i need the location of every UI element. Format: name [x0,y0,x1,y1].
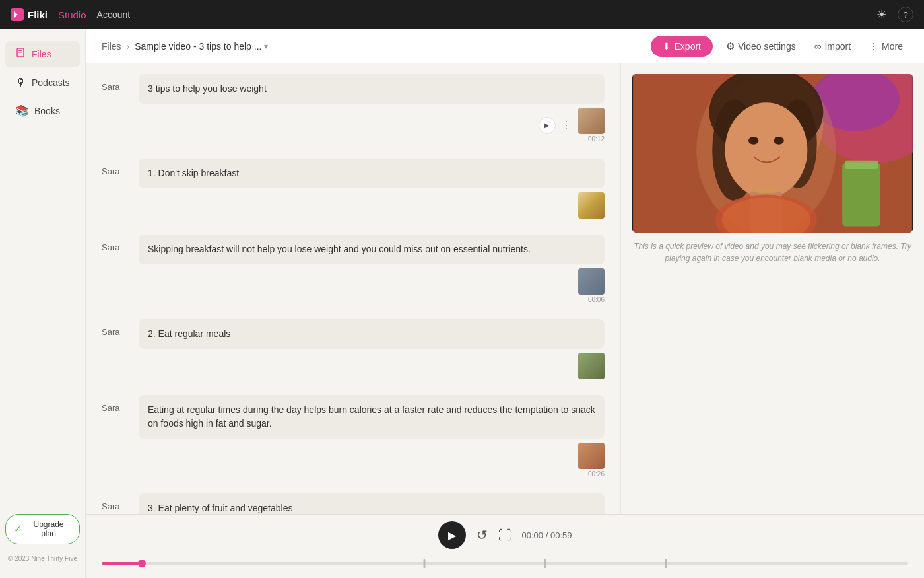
svg-rect-1 [18,50,22,51]
timeline-marker-2 [544,559,546,568]
export-button[interactable]: ⬇ Export [651,36,713,57]
theme-toggle-icon[interactable]: ☀ [876,7,887,22]
sidebar-files-label: Files [32,49,51,59]
media-thumb-2[interactable] [578,192,605,219]
settings-icon: ⚙ [726,40,735,52]
speaker-name-4: Sara [102,319,128,337]
import-button[interactable]: ∞ Import [809,40,856,52]
script-row-2: Sara 1. Don't skip breakfast [102,159,605,219]
svg-point-14 [774,137,783,145]
upgrade-plan-button[interactable]: ✓ Upgrade plan [5,514,80,544]
export-label: Export [675,41,701,52]
play-small-button-1[interactable]: ▶ [539,117,556,134]
podcasts-icon: 🎙 [16,77,26,89]
nav-account[interactable]: Account [97,9,131,20]
breadcrumb-chevron-icon[interactable]: ▾ [264,42,268,51]
content-header: Files › Sample video - 3 tips to help ..… [86,29,924,63]
script-content-1: 3 tips to help you lose weight ▶ ⋮ 00:12 [139,74,605,143]
breadcrumb-current-label: Sample video - 3 tips to help ... [135,41,261,52]
svg-point-13 [748,137,758,145]
script-text-4[interactable]: 2. Eat regular meals [139,319,605,349]
video-frame [632,74,913,233]
speaker-name-2: Sara [102,159,128,176]
speaker-name-1: Sara [102,74,128,92]
replay-icon: ↺ [477,527,488,543]
script-row-3: Sara Skipping breakfast will not help yo… [102,235,605,303]
logo[interactable]: Fliki [11,8,48,21]
fullscreen-button[interactable]: ⛶ [498,528,512,543]
media-controls-1: ▶ ⋮ [539,117,573,134]
sidebar-books-label: Books [34,106,60,116]
nav-studio[interactable]: Studio [58,9,86,20]
time-sep: / [546,530,550,540]
check-icon: ✓ [14,524,22,534]
breadcrumb: Files › Sample video - 3 tips to help ..… [102,41,268,52]
thumb-time-5: 00:26 [578,470,605,478]
video-settings-label: Video settings [738,41,796,52]
export-icon: ⬇ [663,41,671,52]
video-settings-button[interactable]: ⚙ Video settings [721,40,801,52]
media-thumb-1[interactable] [578,108,605,134]
breadcrumb-separator: › [127,41,130,52]
playback-controls: ▶ ↺ ⛶ 00:00 / 00:59 [102,521,908,549]
replay-button[interactable]: ↺ [477,527,488,543]
breadcrumb-current: Sample video - 3 tips to help ... ▾ [135,41,268,52]
timeline-track[interactable] [102,562,908,565]
speaker-name-5: Sara [102,395,128,413]
timeline-playhead[interactable] [138,560,146,567]
help-icon[interactable]: ? [898,7,913,22]
script-panel: Sara 3 tips to help you lose weight ▶ ⋮ … [86,63,620,514]
fullscreen-icon: ⛶ [498,528,512,543]
current-time: 00:00 [522,530,544,540]
svg-point-12 [725,102,807,198]
script-text-2[interactable]: 1. Don't skip breakfast [139,159,605,188]
time-display: 00:00 / 00:59 [522,530,572,540]
books-icon: 📚 [16,104,29,117]
script-content-6: 3. Eat plenty of fruit and vegetables [139,493,605,514]
more-label: More [882,41,903,52]
script-row-5: Sara Eating at regular times during the … [102,395,605,478]
script-row-4: Sara 2. Eat regular meals [102,319,605,379]
row-menu-button-1[interactable]: ⋮ [560,118,573,133]
svg-rect-3 [18,54,21,54]
timeline[interactable] [102,556,908,571]
sidebar-podcasts-label: Podcasts [32,77,70,88]
script-content-4: 2. Eat regular meals [139,319,605,379]
script-text-1[interactable]: 3 tips to help you lose weight [139,74,605,104]
speaker-name-3: Sara [102,235,128,252]
total-time: 00:59 [550,530,572,540]
thumb-time-1: 00:12 [578,135,605,143]
script-text-5[interactable]: Eating at regular times during the day h… [139,395,605,439]
sidebar-item-books[interactable]: 📚 Books [5,98,80,124]
media-thumb-3[interactable] [578,268,605,295]
preview-note: This is a quick preview of video and you… [632,240,913,264]
script-content-3: Skipping breakfast will not help you los… [139,235,605,303]
timeline-marker-3 [665,559,667,568]
import-icon: ∞ [814,40,822,52]
more-button[interactable]: ⋮ More [864,41,908,52]
upgrade-label: Upgrade plan [26,520,71,538]
files-icon [16,48,26,61]
sidebar-item-files[interactable]: Files [5,41,80,67]
speaker-name-6: Sara [102,493,128,511]
video-preview [632,74,913,233]
sidebar-item-podcasts[interactable]: 🎙 Podcasts [5,70,80,95]
script-text-6[interactable]: 3. Eat plenty of fruit and vegetables [139,493,605,514]
more-dots-icon: ⋮ [869,41,878,52]
svg-rect-2 [18,52,22,53]
media-thumb-5[interactable] [578,443,605,469]
media-thumb-4[interactable] [578,353,605,379]
script-content-5: Eating at regular times during the day h… [139,395,605,478]
play-pause-button[interactable]: ▶ [438,521,466,549]
breadcrumb-files-link[interactable]: Files [102,41,121,52]
svg-rect-19 [845,161,878,169]
timeline-marker-1 [423,559,425,568]
top-navigation: Fliki Studio Account ☀ ? [0,0,924,29]
thumb-time-3: 00:06 [578,296,605,303]
preview-panel: This is a quick preview of video and you… [620,63,924,514]
script-row-1: Sara 3 tips to help you lose weight ▶ ⋮ … [102,74,605,143]
play-icon: ▶ [448,529,456,542]
script-text-3[interactable]: Skipping breakfast will not help you los… [139,235,605,264]
sidebar: Files 🎙 Podcasts 📚 Books ✓ Upgrade plan … [0,29,86,578]
bottom-controls: ▶ ↺ ⛶ 00:00 / 00:59 [86,514,924,578]
